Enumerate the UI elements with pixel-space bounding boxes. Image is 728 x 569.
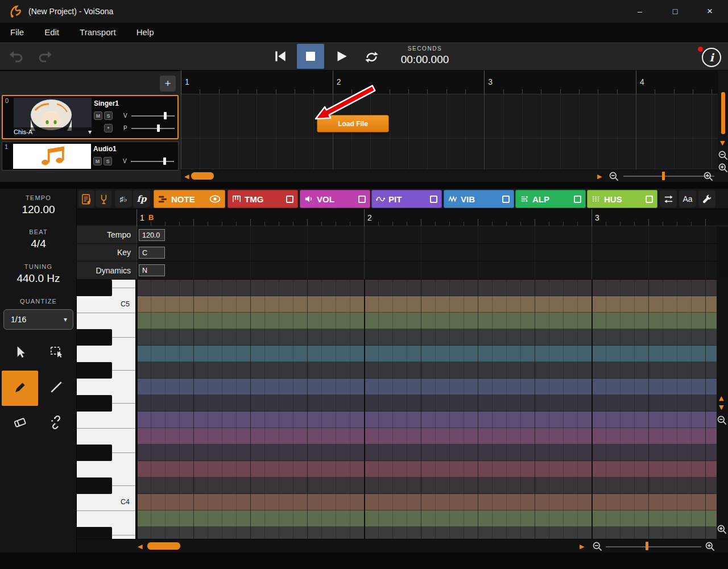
tab-pit[interactable]: PIT xyxy=(371,190,442,208)
pianoroll-zoom-slider[interactable] xyxy=(606,546,701,547)
arrange-zoom-slider[interactable] xyxy=(623,176,714,177)
volume-slider-handle[interactable] xyxy=(164,112,167,119)
maximize-button[interactable]: □ xyxy=(663,0,688,23)
redo-button[interactable] xyxy=(36,48,53,64)
pit-checkbox[interactable] xyxy=(430,196,437,203)
pianoroll-zoom-handle[interactable] xyxy=(646,542,648,550)
audio-thumbnail[interactable] xyxy=(13,144,91,169)
pitch-row-d4[interactable] xyxy=(136,461,717,477)
pitch-row-as3[interactable] xyxy=(136,527,717,539)
alp-checkbox[interactable] xyxy=(574,196,581,203)
hus-checkbox[interactable] xyxy=(646,196,653,203)
tab-note[interactable]: NOTE xyxy=(154,190,225,208)
vol-checkbox[interactable] xyxy=(358,196,366,203)
vib-checkbox[interactable] xyxy=(502,196,510,203)
scroll-left-icon[interactable]: ◀ xyxy=(138,543,142,550)
note-grid[interactable] xyxy=(136,280,717,539)
lyrics-text-button[interactable]: Aa xyxy=(679,190,696,207)
black-key-as3[interactable] xyxy=(77,527,112,539)
stop-button[interactable] xyxy=(297,44,324,69)
close-button[interactable]: × xyxy=(697,0,722,23)
tab-vol[interactable]: VOL xyxy=(300,190,370,208)
tuning-fork-button[interactable] xyxy=(96,190,111,207)
pitch-row-cs5[interactable] xyxy=(136,280,717,296)
zoom-in-icon[interactable] xyxy=(705,541,715,552)
black-key-cs4[interactable] xyxy=(77,477,112,494)
menu-item-help[interactable]: Help xyxy=(129,23,162,41)
volume-slider[interactable] xyxy=(131,115,175,117)
tab-alp[interactable]: ALP xyxy=(515,190,586,208)
score-button[interactable] xyxy=(78,190,94,207)
zoom-out-icon[interactable] xyxy=(718,150,728,161)
editor-ruler[interactable]: B 123 xyxy=(77,209,728,226)
mute-button[interactable]: M xyxy=(94,111,102,120)
settings-button[interactable] xyxy=(698,190,715,207)
freeze-button[interactable]: * xyxy=(104,124,113,132)
audio-track-lane[interactable] xyxy=(181,139,718,169)
scroll-right-icon[interactable]: ▶ xyxy=(597,173,602,180)
accidentals-button[interactable]: ♯♭ xyxy=(115,190,132,207)
line-tool-button[interactable] xyxy=(38,371,75,406)
pitch-row-c5[interactable] xyxy=(136,296,717,313)
black-key-gs4[interactable] xyxy=(77,362,112,379)
solo-button[interactable]: S xyxy=(104,111,113,120)
singer-avatar[interactable]: Chis-A ▾ xyxy=(14,98,92,136)
scroll-left-icon[interactable]: ◀ xyxy=(184,173,189,180)
scroll-down-icon[interactable]: ▼ xyxy=(720,140,725,146)
tmg-checkbox[interactable] xyxy=(286,196,293,203)
select-tool-button[interactable] xyxy=(2,335,38,371)
pitch-row-ds4[interactable] xyxy=(136,445,717,461)
pitch-row-gs4[interactable] xyxy=(136,362,717,379)
tempo-chip[interactable]: 120.0 xyxy=(139,229,165,241)
black-key-fs4[interactable] xyxy=(77,395,112,412)
key-chip[interactable]: C xyxy=(139,247,165,259)
loop-button[interactable] xyxy=(361,47,382,67)
black-key-cs5[interactable] xyxy=(77,280,112,296)
menu-item-edit[interactable]: Edit xyxy=(37,23,67,41)
zoom-in-icon[interactable] xyxy=(703,171,714,182)
menu-item-file[interactable]: File xyxy=(3,23,31,41)
zoom-in-icon[interactable] xyxy=(717,524,727,535)
solo-button[interactable]: S xyxy=(104,157,112,165)
dynamics-mark-button[interactable]: fp xyxy=(133,190,150,207)
tempo-row-values[interactable]: 120.0 xyxy=(136,226,717,244)
swap-params-button[interactable] xyxy=(660,190,677,207)
tab-tmg[interactable]: TMG xyxy=(228,190,298,208)
pitch-row-g4[interactable] xyxy=(136,379,717,395)
zoom-out-icon[interactable] xyxy=(592,541,603,552)
pitch-row-a4[interactable] xyxy=(136,346,717,362)
pitch-row-as4[interactable] xyxy=(136,329,717,346)
pitch-row-fs4[interactable] xyxy=(136,395,717,412)
piano-keyboard[interactable]: C5C4 xyxy=(77,280,136,539)
quantize-dropdown[interactable]: 1/16 ▾ xyxy=(3,309,73,330)
marquee-tool-button[interactable] xyxy=(38,335,75,371)
eraser-tool-button[interactable] xyxy=(2,406,38,441)
undo-button[interactable] xyxy=(8,48,25,64)
menu-item-transport[interactable]: Transport xyxy=(72,23,123,41)
pitch-row-b3[interactable] xyxy=(136,510,717,527)
dynamics-chip[interactable]: N xyxy=(139,264,165,276)
skip-to-start-button[interactable] xyxy=(268,45,292,68)
volume-slider[interactable] xyxy=(131,161,174,162)
minimize-button[interactable]: – xyxy=(627,0,652,23)
scroll-right-icon[interactable]: ▶ xyxy=(580,543,584,550)
arrange-vscroll-thumb[interactable] xyxy=(721,92,725,134)
pitch-row-cs4[interactable] xyxy=(136,477,717,494)
zoom-out-icon[interactable] xyxy=(717,415,727,426)
dynamics-row-values[interactable]: N xyxy=(136,261,717,280)
pitch-row-e4[interactable] xyxy=(136,428,717,445)
tab-vib[interactable]: VIB xyxy=(444,190,514,208)
audio-track-row[interactable]: 1 Audio1 M S V xyxy=(2,142,179,171)
zoom-out-icon[interactable] xyxy=(609,171,619,182)
info-button[interactable]: i xyxy=(702,48,721,67)
eye-icon[interactable] xyxy=(209,195,221,203)
zoom-in-icon[interactable] xyxy=(718,163,728,173)
pan-slider[interactable] xyxy=(131,128,175,129)
volume-slider-handle[interactable] xyxy=(163,157,166,165)
arrange-zoom-handle[interactable] xyxy=(662,172,665,180)
unlink-tool-button[interactable] xyxy=(38,406,75,441)
singer-track-row[interactable]: 0 Chis-A ▾ xyxy=(2,95,179,139)
mute-button[interactable]: M xyxy=(93,157,102,165)
pitch-row-f4[interactable] xyxy=(136,412,717,428)
singer-track-lane[interactable] xyxy=(181,94,718,139)
